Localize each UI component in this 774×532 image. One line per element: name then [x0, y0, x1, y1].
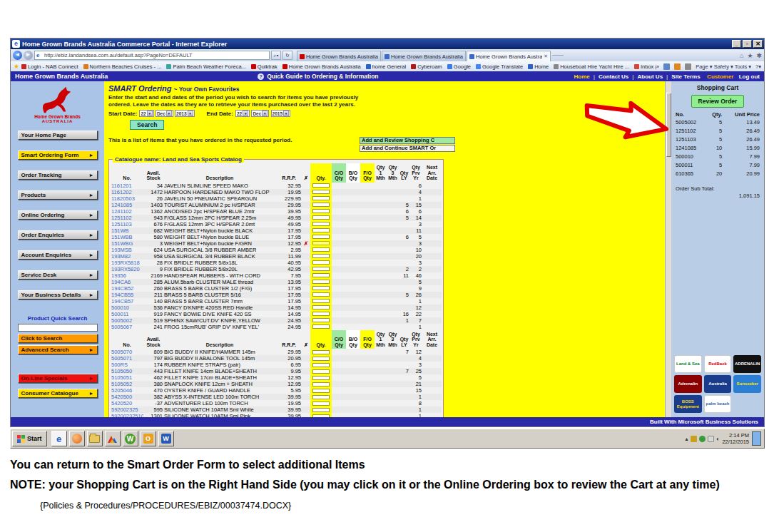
qty-input[interactable]	[312, 369, 330, 374]
qty-input[interactable]	[312, 318, 330, 322]
qty-input[interactable]	[312, 350, 330, 354]
sidebar-item-smart-ordering-form[interactable]: Smart Ordering Form►	[18, 150, 98, 160]
item-number-link[interactable]: 193RX5818	[111, 260, 140, 266]
settings-gear-icon[interactable]: ✱	[756, 52, 762, 59]
sidebar-item-account-enquiries[interactable]: Account Enquiries►	[18, 250, 98, 260]
print-icon[interactable]	[685, 63, 691, 70]
favorites-bar-item[interactable]: Quiktrak	[251, 63, 277, 70]
item-number-link[interactable]: 5005002	[111, 317, 132, 324]
qty-input[interactable]	[312, 286, 330, 290]
favorites-bar-item[interactable]: Home	[528, 63, 549, 70]
favorites-bar-item[interactable]: Home Grown Brands Australia	[282, 63, 361, 70]
taskbar-explorer-button[interactable]	[87, 431, 103, 446]
minimize-button[interactable]: _	[732, 40, 741, 48]
qty-input[interactable]	[312, 235, 330, 239]
item-number-link[interactable]: 5105052	[111, 381, 132, 387]
nav-logout-link[interactable]: Log out	[737, 73, 760, 80]
refresh-button[interactable]: ↻	[282, 51, 292, 60]
browser-tab[interactable]: Home Grown Brands Austral...✕	[467, 51, 551, 61]
qty-input[interactable]	[312, 357, 330, 361]
qty-input[interactable]	[312, 395, 330, 399]
item-number-link[interactable]: 1251103	[111, 221, 132, 227]
new-tab-button[interactable]	[552, 55, 564, 56]
item-number-link[interactable]: 151WBG	[111, 240, 133, 247]
qty-input[interactable]	[312, 408, 330, 412]
item-number-link[interactable]: 500RS	[111, 362, 128, 368]
shopping-cart-panel[interactable]: Shopping Cart Review Order No.Qty.Unit P…	[671, 81, 764, 417]
qty-input[interactable]	[312, 401, 330, 406]
taskbar-media-player-button[interactable]	[69, 431, 85, 446]
browser-tab[interactable]: Home Grown Brands Australia	[297, 51, 381, 61]
item-number-link[interactable]: 500011	[111, 311, 128, 317]
item-number-link[interactable]: 1241102	[111, 208, 132, 215]
favorites-star-icon[interactable]: ★	[747, 52, 753, 59]
item-number-link[interactable]: 193RX5820	[111, 266, 140, 272]
qty-input[interactable]	[312, 312, 330, 316]
end-date-select[interactable]: Dec▾	[251, 110, 269, 117]
add-review-cart-button[interactable]: Add and Review Shopping C	[360, 137, 455, 144]
item-number-link[interactable]: 151WBB	[111, 234, 133, 240]
favorites-bar-item[interactable]: Houseboat Hire Yacht Hire ...	[554, 63, 629, 70]
item-number-link[interactable]: 5005070	[111, 349, 132, 355]
quick-guide-link[interactable]: ? Quick Guide to Ordering & Information	[258, 73, 378, 80]
restore-button[interactable]: ▫	[743, 40, 752, 48]
item-number-link[interactable]: 5005071	[111, 355, 132, 362]
url-field[interactable]: e http://ebiz.landandsea.com.au/default.…	[34, 51, 270, 60]
browser-tab[interactable]: Home Grown Brands Australia C...	[382, 51, 466, 61]
taskbar-ie-button[interactable]: e	[51, 431, 67, 446]
back-button[interactable]: ◄	[13, 51, 22, 60]
remove-icon[interactable]: ✗	[302, 240, 310, 247]
forward-button[interactable]: ►	[24, 51, 33, 60]
sidebar-item-your-business-details[interactable]: Your Business Details►	[18, 290, 98, 300]
item-number-link[interactable]: 151WB	[111, 227, 129, 234]
tray-flag-icon[interactable]	[708, 436, 714, 442]
item-number-link[interactable]: 500010	[111, 305, 129, 311]
sidebar-item-advanced-search[interactable]: Advanced Search►	[18, 345, 98, 354]
tray-security-icon[interactable]	[691, 436, 697, 442]
qty-input[interactable]	[312, 241, 330, 245]
favorites-bar-item[interactable]: Google Translate	[476, 63, 523, 70]
qty-input[interactable]	[312, 209, 330, 213]
sidebar-item-click-to-search[interactable]: Click to Search	[18, 334, 98, 343]
favorites-bar-item[interactable]: Cyberoam	[411, 63, 442, 70]
item-number-link[interactable]: 5420500	[111, 394, 132, 400]
qty-input[interactable]	[312, 228, 330, 232]
qty-input[interactable]	[312, 363, 330, 367]
qty-input[interactable]	[312, 254, 330, 258]
qty-input[interactable]	[312, 203, 330, 207]
sidebar-item-on-line-specials[interactable]: On-Line Specials►	[18, 374, 98, 383]
add-continue-smart-button[interactable]: Add and Continue SMART Or	[360, 145, 455, 152]
start-date-select[interactable]: 2013▾	[175, 110, 194, 117]
home-page-icon[interactable]	[663, 63, 670, 70]
item-number-link[interactable]: 1161202	[111, 189, 132, 195]
qty-input[interactable]	[312, 305, 330, 310]
sidebar-item-consumer-catalogue[interactable]: Consumer Catalogue►	[18, 389, 98, 398]
qty-input[interactable]	[312, 273, 330, 277]
qty-input[interactable]	[312, 183, 330, 188]
item-number-link[interactable]: 1161201	[111, 183, 132, 189]
item-number-link[interactable]: 592002325106	[111, 413, 143, 417]
show-desktop-button[interactable]	[752, 431, 761, 446]
qty-input[interactable]	[312, 299, 330, 303]
quick-search-input[interactable]	[18, 324, 98, 332]
qty-input[interactable]	[312, 382, 330, 387]
qty-input[interactable]	[312, 222, 330, 226]
item-number-link[interactable]: 11820503	[111, 195, 135, 202]
nav-link-home[interactable]: Home	[574, 73, 590, 80]
qty-input[interactable]	[312, 267, 330, 271]
item-number-link[interactable]: 1241085	[111, 202, 132, 208]
start-button[interactable]: Start	[12, 431, 47, 446]
sidebar-item-service-desk[interactable]: Service Desk►	[18, 270, 98, 280]
qty-input[interactable]	[312, 414, 330, 418]
tray-antivirus-icon[interactable]	[699, 436, 706, 442]
start-date-select[interactable]: 22▾	[139, 110, 153, 117]
qty-input[interactable]	[312, 389, 330, 393]
command-menu-item[interactable]: Safety ▾	[714, 63, 733, 70]
item-number-link[interactable]: 5005067	[111, 324, 132, 330]
start-date-select[interactable]: Dec▾	[156, 110, 173, 117]
qty-input[interactable]	[312, 260, 330, 265]
search-button[interactable]: Search	[130, 120, 164, 130]
qty-input[interactable]	[312, 376, 330, 380]
command-menu-item[interactable]: Page ▾	[696, 63, 712, 70]
nav-link-site-terms[interactable]: Site Terms	[671, 73, 700, 80]
